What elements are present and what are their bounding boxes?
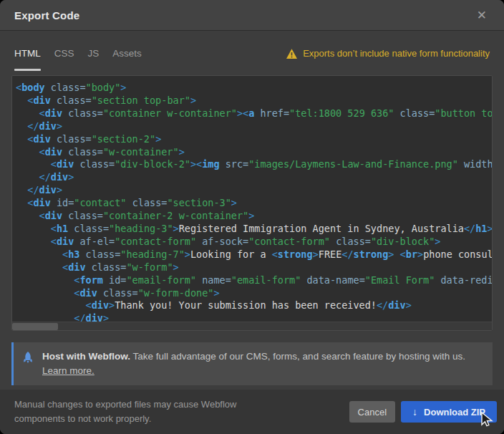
code-line: <form id="email-form" name="email-form" … (16, 274, 492, 287)
scrollbar-thumb[interactable] (12, 323, 58, 330)
banner-bold-text: Host with Webflow. (42, 351, 130, 362)
code-line: <div class="section-2"> (16, 133, 492, 146)
form-functionality-warning: Exports don’t include native form functi… (286, 48, 490, 59)
rocket-icon (14, 349, 42, 365)
learn-more-link[interactable]: Learn more. (42, 364, 94, 378)
warning-icon (286, 49, 297, 59)
horizontal-scrollbar[interactable] (12, 322, 492, 330)
host-with-webflow-banner: Host with Webflow. Take full advantage o… (11, 342, 493, 385)
close-icon[interactable]: ✕ (474, 8, 490, 23)
dialog-footer: Manual changes to exported files may cau… (0, 390, 504, 434)
tab-js[interactable]: JS (88, 45, 100, 62)
footer-actions: Cancel ↓ Download ZIP (349, 401, 497, 423)
cancel-button[interactable]: Cancel (349, 401, 395, 423)
code-line: <div id="contact" class="section-3"> (16, 197, 492, 210)
download-zip-label: Download ZIP (424, 407, 485, 418)
code-line: <div af-el="contact-form" af-sock="conta… (16, 236, 492, 249)
code-line: <div class="w-container"> (16, 146, 492, 159)
tab-bar: HTML CSS JS Assets Exports don’t include… (0, 32, 504, 75)
code-line: <div class="container-2 w-container"> (16, 210, 492, 223)
download-icon: ↓ (412, 406, 417, 418)
code-viewer[interactable]: <body class="body"> <div class="section … (11, 75, 493, 331)
tab-html[interactable]: HTML (14, 45, 41, 62)
download-zip-button[interactable]: ↓ Download ZIP (401, 401, 497, 423)
dialog-title: Export Code (14, 9, 79, 21)
code-line: </div> (16, 312, 492, 322)
code-line: <body class="body"> (16, 82, 492, 95)
tab-assets[interactable]: Assets (112, 45, 142, 62)
code-line: <div class="container w-container"><a hr… (16, 107, 492, 120)
code-line: </div> (16, 120, 492, 133)
dialog-header: Export Code ✕ (0, 0, 504, 31)
code-line: </div> (16, 184, 492, 197)
banner-text: Host with Webflow. Take full advantage o… (42, 349, 465, 378)
warning-text: Exports don’t include native form functi… (303, 48, 490, 59)
tab-css[interactable]: CSS (54, 45, 74, 62)
code-line: <div class="div-block-2"><img src="image… (16, 158, 492, 171)
footer-note: Manual changes to exported files may cau… (14, 397, 261, 426)
banner-body-text: Take full advantage of our CMS, forms, a… (130, 351, 465, 362)
code-line: <h1 class="heading-3">Registered Immigra… (16, 223, 492, 236)
code-line: <div class="w-form-done"> (16, 287, 492, 300)
code-line: </div> (16, 171, 492, 184)
code-line: <div class="w-form"> (16, 261, 492, 274)
code-line: <div class="section top-bar"> (16, 95, 492, 107)
code-line: <div>Thank you! Your submission has been… (16, 299, 492, 312)
export-code-dialog: Export Code ✕ HTML CSS JS Assets Exports… (0, 0, 504, 434)
code-content: <body class="body"> <div class="section … (12, 76, 492, 322)
code-line: <h3 class="heading-7">Looking for a <str… (16, 249, 492, 261)
